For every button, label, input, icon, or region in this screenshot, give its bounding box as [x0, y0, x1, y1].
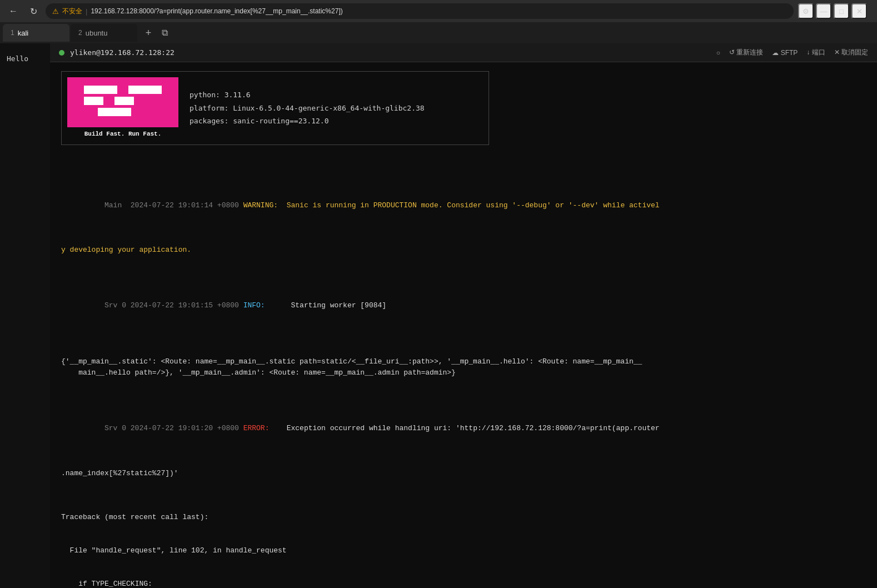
hint-button[interactable]: ○: [716, 49, 720, 57]
host-label: yliken@192.168.72.128:22: [70, 48, 175, 57]
port-button[interactable]: ↓ 端口: [806, 48, 825, 57]
hello-label: Hello: [7, 54, 28, 63]
log-line-error1: Srv 0 2024-07-22 19:01:20 +0800 ERROR: E…: [61, 412, 866, 446]
separator: |: [86, 7, 87, 16]
hint-icon: ○: [716, 49, 720, 57]
packages-value: sanic-routing==23.12.0: [233, 117, 328, 125]
tab-number-1: 1: [11, 29, 14, 37]
tab-number-2: 2: [78, 29, 82, 37]
terminal-action-bar: ○ ↺ 重新连接 ☁ SFTP ↓ 端口 ✕ 取消固定: [716, 48, 868, 57]
sanic-logo-svg: [67, 77, 178, 127]
sanic-info-block: Build Fast. Run Fast. python: 3.11.6 pla…: [61, 71, 489, 145]
log-prefix-3: Srv 0 2024-07-22 19:01:20 +0800: [104, 424, 243, 432]
svg-rect-1: [84, 86, 117, 94]
insecure-label: 不安全: [62, 7, 82, 16]
address-bar[interactable]: ⚠ 不安全 | 192.168.72.128:8000/?a=print(app…: [46, 3, 794, 19]
window-controls: ⚙ — □ ✕: [798, 3, 871, 19]
log-msg-warning: Sanic is running in PRODUCTION mode. Con…: [278, 201, 660, 210]
python-value: 3.11.6: [225, 91, 251, 99]
platform-label: platform:: [190, 104, 228, 112]
unpin-button[interactable]: ✕ 取消固定: [834, 48, 868, 57]
new-tab-button[interactable]: +: [141, 25, 156, 41]
log-output: Main 2024-07-22 19:01:14 +0800 WARNING: …: [61, 156, 866, 589]
sftp-button[interactable]: ☁ SFTP: [772, 49, 798, 57]
log-level-warning: WARNING:: [243, 201, 278, 210]
port-label: ↓ 端口: [806, 48, 825, 57]
log-traceback1-file1: File "handle_request", line 102, in hand…: [61, 545, 866, 557]
log-msg-error1: Exception occurred while handling uri: '…: [269, 424, 659, 432]
terminal-output[interactable]: Build Fast. Run Fast. python: 3.11.6 pla…: [50, 62, 877, 588]
svg-rect-4: [114, 97, 134, 105]
log-prefix-2: Srv 0 2024-07-22 19:01:15 +0800: [104, 301, 243, 310]
log-traceback1-header: Traceback (most recent call last):: [61, 512, 866, 524]
reconnect-label: ↺ 重新连接: [729, 48, 763, 57]
sanic-tagline: Build Fast. Run Fast.: [67, 129, 178, 139]
packages-label: packages:: [190, 117, 228, 125]
url-text: 192.168.72.128:8000/?a=print(app.router.…: [91, 7, 342, 15]
close-button[interactable]: ✕: [851, 3, 867, 19]
tab-label-kali: kali: [18, 29, 29, 37]
tab-kali[interactable]: 1 kali: [3, 24, 69, 42]
titlebar: ← ↻ ⚠ 不安全 | 192.168.72.128:8000/?a=print…: [0, 0, 877, 22]
log-level-info: INFO:: [243, 301, 265, 310]
browser-chrome: ← ↻ ⚠ 不安全 | 192.168.72.128:8000/?a=print…: [0, 0, 877, 43]
refresh-button[interactable]: ↻: [26, 3, 41, 19]
security-warning-icon: ⚠: [52, 7, 59, 16]
log-level-error1: ERROR:: [243, 424, 270, 432]
log-line-error1-cont: .name_index[%27static%27])': [61, 468, 866, 480]
minimize-button[interactable]: —: [816, 3, 831, 19]
left-sidebar: Hello: [0, 43, 50, 588]
python-label: python:: [190, 91, 220, 99]
connection-status-dot: [59, 50, 64, 56]
sftp-label: ☁ SFTP: [772, 49, 798, 57]
platform-value: Linux-6.5.0-44-generic-x86_64-with-glibc…: [233, 104, 424, 112]
terminal-header: yliken@192.168.72.128:22 ○ ↺ 重新连接 ☁ SFTP…: [50, 43, 877, 62]
reconnect-button[interactable]: ↺ 重新连接: [729, 48, 763, 57]
sanic-version-info: python: 3.11.6 platform: Linux-6.5.0-44-…: [190, 77, 425, 139]
terminal-container: yliken@192.168.72.128:22 ○ ↺ 重新连接 ☁ SFTP…: [50, 43, 877, 588]
sanic-logo-container: Build Fast. Run Fast.: [67, 77, 178, 139]
log-line-warning: Main 2024-07-22 19:01:14 +0800 WARNING: …: [61, 188, 866, 223]
maximize-button[interactable]: □: [834, 3, 849, 19]
tab-bar: 1 kali 2 ubuntu + ⧉: [0, 22, 877, 43]
back-button[interactable]: ←: [6, 3, 21, 19]
tab-copy-icon: ⧉: [162, 28, 168, 38]
tab-ubuntu[interactable]: 2 ubuntu: [71, 24, 137, 42]
unpin-label: ✕ 取消固定: [834, 48, 868, 57]
svg-rect-3: [98, 108, 131, 116]
main-content: Hello yliken@192.168.72.128:22 ○ ↺ 重新连接 …: [0, 43, 877, 588]
tab-label-ubuntu: ubuntu: [86, 29, 108, 37]
svg-rect-2: [84, 97, 103, 105]
packages-line: packages: sanic-routing==23.12.0: [190, 116, 425, 127]
log-line-warning-cont: y developing your application.: [61, 245, 866, 256]
log-msg-info: Starting worker [9084]: [265, 301, 386, 310]
settings-button[interactable]: ⚙: [798, 3, 814, 19]
log-traceback1-if1: if TYPE_CHECKING:: [61, 579, 866, 588]
log-prefix-1: Main 2024-07-22 19:01:14 +0800: [104, 201, 243, 210]
log-line-route-dict: {'__mp_main__.static': <Route: name=__mp…: [61, 356, 866, 380]
sanic-logo: [67, 77, 178, 127]
platform-line: platform: Linux-6.5.0-44-generic-x86_64-…: [190, 103, 425, 114]
log-line-info: Srv 0 2024-07-22 19:01:15 +0800 INFO: St…: [61, 289, 866, 323]
svg-rect-5: [128, 86, 162, 94]
python-version-line: python: 3.11.6: [190, 89, 425, 101]
